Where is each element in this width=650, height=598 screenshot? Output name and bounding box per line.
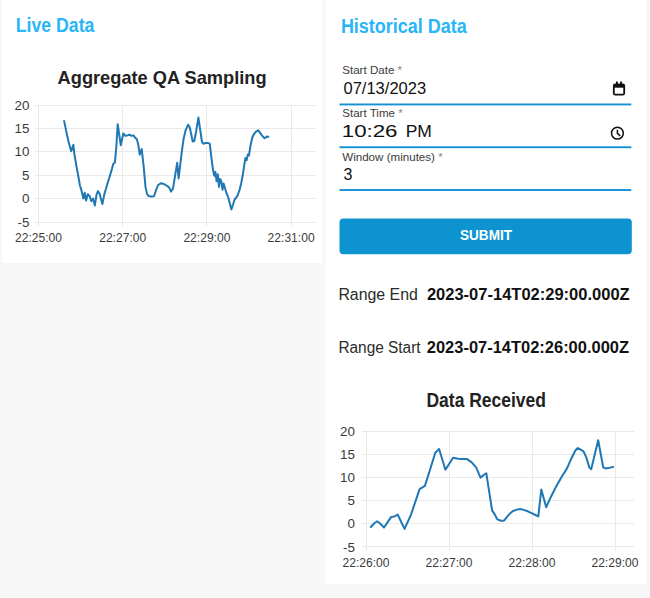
svg-text:22:27:00: 22:27:00 <box>426 555 473 570</box>
svg-text:SUBMIT: SUBMIT <box>460 226 512 243</box>
svg-text:2023-07-14T02:26:00.000Z: 2023-07-14T02:26:00.000Z <box>427 339 629 356</box>
svg-text:PM: PM <box>406 123 432 140</box>
svg-text:0: 0 <box>348 516 355 531</box>
svg-text:Start Date *: Start Date * <box>342 63 402 76</box>
svg-text:2023-07-14T02:29:00.000Z: 2023-07-14T02:29:00.000Z <box>427 286 630 303</box>
svg-text:Data Received: Data Received <box>427 389 547 411</box>
svg-text:22:29:00: 22:29:00 <box>183 230 230 245</box>
svg-text:10:26: 10:26 <box>342 123 398 140</box>
svg-text:22:25:00: 22:25:00 <box>15 230 62 245</box>
svg-text:5: 5 <box>22 168 29 183</box>
svg-text:Range Start: Range Start <box>338 339 421 356</box>
svg-text:07/13/2023: 07/13/2023 <box>344 80 427 97</box>
svg-text:22:29:00: 22:29:00 <box>592 555 639 570</box>
svg-text:22:31:00: 22:31:00 <box>268 230 315 245</box>
svg-text:0: 0 <box>22 191 29 206</box>
svg-text:22:26:00: 22:26:00 <box>343 555 390 570</box>
svg-text:5: 5 <box>348 493 355 508</box>
svg-text:15: 15 <box>340 447 355 462</box>
svg-text:Range End: Range End <box>338 286 418 303</box>
svg-text:Live Data: Live Data <box>16 14 95 36</box>
svg-text:3: 3 <box>344 166 353 183</box>
svg-text:Aggregate QA Sampling: Aggregate QA Sampling <box>58 67 267 88</box>
svg-text:10: 10 <box>340 470 355 485</box>
svg-text:22:28:00: 22:28:00 <box>509 555 556 570</box>
svg-text:Historical Data: Historical Data <box>341 15 468 37</box>
svg-text:-5: -5 <box>343 540 355 555</box>
svg-text:Window (minutes) *: Window (minutes) * <box>342 150 443 163</box>
svg-text:20: 20 <box>340 424 355 439</box>
svg-text:10: 10 <box>15 144 30 159</box>
svg-text:20: 20 <box>15 98 30 113</box>
svg-text:15: 15 <box>15 121 30 136</box>
svg-text:22:27:00: 22:27:00 <box>99 230 146 245</box>
svg-text:Start Time *: Start Time * <box>342 106 403 119</box>
svg-text:-5: -5 <box>18 215 30 230</box>
